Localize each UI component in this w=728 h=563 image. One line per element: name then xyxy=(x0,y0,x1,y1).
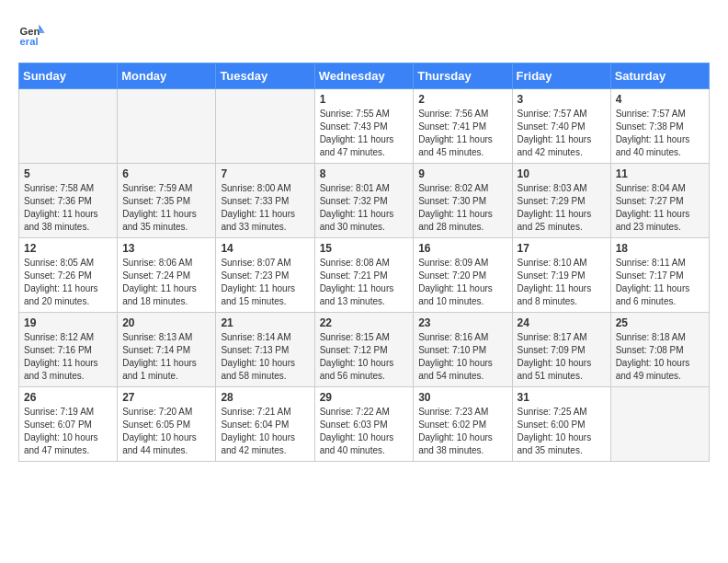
calendar-cell: 18Sunrise: 8:11 AM Sunset: 7:17 PM Dayli… xyxy=(610,238,709,313)
calendar-cell xyxy=(610,387,709,462)
calendar-week: 26Sunrise: 7:19 AM Sunset: 6:07 PM Dayli… xyxy=(19,387,710,462)
calendar-cell: 6Sunrise: 7:59 AM Sunset: 7:35 PM Daylig… xyxy=(118,164,216,238)
day-number: 23 xyxy=(418,316,506,329)
cell-content: Sunrise: 8:03 AM Sunset: 7:29 PM Dayligh… xyxy=(518,182,606,234)
cell-content: Sunrise: 8:15 AM Sunset: 7:12 PM Dayligh… xyxy=(320,331,409,383)
weekday-header: Monday xyxy=(118,63,216,89)
weekday-header: Sunday xyxy=(19,63,118,89)
calendar-cell: 13Sunrise: 8:06 AM Sunset: 7:24 PM Dayli… xyxy=(118,238,216,313)
cell-content: Sunrise: 7:21 AM Sunset: 6:04 PM Dayligh… xyxy=(221,406,309,457)
day-number: 31 xyxy=(518,391,606,404)
calendar-week: 5Sunrise: 7:58 AM Sunset: 7:36 PM Daylig… xyxy=(19,164,710,238)
cell-content: Sunrise: 8:04 AM Sunset: 7:27 PM Dayligh… xyxy=(616,182,704,234)
day-number: 7 xyxy=(221,167,309,180)
cell-content: Sunrise: 8:08 AM Sunset: 7:21 PM Dayligh… xyxy=(320,257,409,308)
day-number: 14 xyxy=(221,242,309,255)
calendar-table: SundayMondayTuesdayWednesdayThursdayFrid… xyxy=(18,63,710,462)
logo: Gen eral xyxy=(18,18,53,48)
cell-content: Sunrise: 7:55 AM Sunset: 7:43 PM Dayligh… xyxy=(320,108,409,159)
cell-content: Sunrise: 8:11 AM Sunset: 7:17 PM Dayligh… xyxy=(616,257,704,308)
cell-content: Sunrise: 8:06 AM Sunset: 7:24 PM Dayligh… xyxy=(122,257,210,308)
logo-icon: Gen eral xyxy=(18,18,48,48)
calendar-cell: 8Sunrise: 8:01 AM Sunset: 7:32 PM Daylig… xyxy=(314,164,414,238)
day-number: 27 xyxy=(122,391,210,404)
cell-content: Sunrise: 8:17 AM Sunset: 7:09 PM Dayligh… xyxy=(518,331,606,383)
cell-content: Sunrise: 7:56 AM Sunset: 7:41 PM Dayligh… xyxy=(418,108,506,159)
calendar-cell xyxy=(216,89,314,164)
calendar-cell: 7Sunrise: 8:00 AM Sunset: 7:33 PM Daylig… xyxy=(216,164,314,238)
calendar-cell: 4Sunrise: 7:57 AM Sunset: 7:38 PM Daylig… xyxy=(610,89,709,164)
calendar-cell: 30Sunrise: 7:23 AM Sunset: 6:02 PM Dayli… xyxy=(414,387,512,462)
cell-content: Sunrise: 7:25 AM Sunset: 6:00 PM Dayligh… xyxy=(518,406,606,457)
day-number: 18 xyxy=(616,242,704,255)
cell-content: Sunrise: 8:02 AM Sunset: 7:30 PM Dayligh… xyxy=(418,182,506,234)
cell-content: Sunrise: 7:19 AM Sunset: 6:07 PM Dayligh… xyxy=(24,406,112,457)
day-number: 13 xyxy=(122,242,210,255)
day-number: 22 xyxy=(320,316,409,329)
cell-content: Sunrise: 8:01 AM Sunset: 7:32 PM Dayligh… xyxy=(320,182,409,234)
cell-content: Sunrise: 8:13 AM Sunset: 7:14 PM Dayligh… xyxy=(122,331,210,383)
day-number: 19 xyxy=(24,316,112,329)
calendar-header: SundayMondayTuesdayWednesdayThursdayFrid… xyxy=(19,63,710,89)
day-number: 25 xyxy=(616,316,704,329)
cell-content: Sunrise: 8:12 AM Sunset: 7:16 PM Dayligh… xyxy=(24,331,112,383)
calendar-cell: 1Sunrise: 7:55 AM Sunset: 7:43 PM Daylig… xyxy=(314,89,414,164)
cell-content: Sunrise: 7:58 AM Sunset: 7:36 PM Dayligh… xyxy=(24,182,112,234)
day-number: 6 xyxy=(122,167,210,180)
calendar-cell: 14Sunrise: 8:07 AM Sunset: 7:23 PM Dayli… xyxy=(216,238,314,313)
cell-content: Sunrise: 7:22 AM Sunset: 6:03 PM Dayligh… xyxy=(320,406,409,457)
cell-content: Sunrise: 8:18 AM Sunset: 7:08 PM Dayligh… xyxy=(616,331,704,383)
calendar-cell: 17Sunrise: 8:10 AM Sunset: 7:19 PM Dayli… xyxy=(512,238,610,313)
calendar-body: 1Sunrise: 7:55 AM Sunset: 7:43 PM Daylig… xyxy=(19,89,710,462)
calendar-cell: 23Sunrise: 8:16 AM Sunset: 7:10 PM Dayli… xyxy=(414,313,512,387)
weekday-header: Tuesday xyxy=(216,63,314,89)
calendar-cell: 24Sunrise: 8:17 AM Sunset: 7:09 PM Dayli… xyxy=(512,313,610,387)
day-number: 21 xyxy=(221,316,309,329)
svg-text:Gen: Gen xyxy=(20,26,40,37)
calendar-cell: 26Sunrise: 7:19 AM Sunset: 6:07 PM Dayli… xyxy=(19,387,118,462)
cell-content: Sunrise: 7:57 AM Sunset: 7:38 PM Dayligh… xyxy=(616,108,704,159)
weekday-row: SundayMondayTuesdayWednesdayThursdayFrid… xyxy=(19,63,710,89)
calendar-cell: 9Sunrise: 8:02 AM Sunset: 7:30 PM Daylig… xyxy=(414,164,512,238)
calendar-cell: 27Sunrise: 7:20 AM Sunset: 6:05 PM Dayli… xyxy=(118,387,216,462)
day-number: 15 xyxy=(320,242,409,255)
weekday-header: Friday xyxy=(512,63,610,89)
calendar-cell: 22Sunrise: 8:15 AM Sunset: 7:12 PM Dayli… xyxy=(314,313,414,387)
calendar-cell xyxy=(118,89,216,164)
day-number: 4 xyxy=(616,93,704,106)
weekday-header: Saturday xyxy=(610,63,709,89)
day-number: 2 xyxy=(418,93,506,106)
calendar-cell: 11Sunrise: 8:04 AM Sunset: 7:27 PM Dayli… xyxy=(610,164,709,238)
calendar-week: 12Sunrise: 8:05 AM Sunset: 7:26 PM Dayli… xyxy=(19,238,710,313)
calendar-cell: 10Sunrise: 8:03 AM Sunset: 7:29 PM Dayli… xyxy=(512,164,610,238)
calendar-cell: 12Sunrise: 8:05 AM Sunset: 7:26 PM Dayli… xyxy=(19,238,118,313)
page-header: Gen eral xyxy=(18,18,710,48)
calendar-cell: 21Sunrise: 8:14 AM Sunset: 7:13 PM Dayli… xyxy=(216,313,314,387)
cell-content: Sunrise: 7:20 AM Sunset: 6:05 PM Dayligh… xyxy=(122,406,210,457)
calendar-cell: 25Sunrise: 8:18 AM Sunset: 7:08 PM Dayli… xyxy=(610,313,709,387)
calendar-cell: 31Sunrise: 7:25 AM Sunset: 6:00 PM Dayli… xyxy=(512,387,610,462)
calendar-cell: 20Sunrise: 8:13 AM Sunset: 7:14 PM Dayli… xyxy=(118,313,216,387)
calendar-cell: 3Sunrise: 7:57 AM Sunset: 7:40 PM Daylig… xyxy=(512,89,610,164)
day-number: 10 xyxy=(518,167,606,180)
calendar-cell: 5Sunrise: 7:58 AM Sunset: 7:36 PM Daylig… xyxy=(19,164,118,238)
day-number: 24 xyxy=(518,316,606,329)
weekday-header: Wednesday xyxy=(314,63,414,89)
cell-content: Sunrise: 7:57 AM Sunset: 7:40 PM Dayligh… xyxy=(518,108,606,159)
calendar-cell: 2Sunrise: 7:56 AM Sunset: 7:41 PM Daylig… xyxy=(414,89,512,164)
day-number: 28 xyxy=(221,391,309,404)
cell-content: Sunrise: 8:05 AM Sunset: 7:26 PM Dayligh… xyxy=(24,257,112,308)
day-number: 9 xyxy=(418,167,506,180)
cell-content: Sunrise: 8:09 AM Sunset: 7:20 PM Dayligh… xyxy=(418,257,506,308)
calendar-cell xyxy=(19,89,118,164)
calendar-cell: 16Sunrise: 8:09 AM Sunset: 7:20 PM Dayli… xyxy=(414,238,512,313)
calendar-cell: 19Sunrise: 8:12 AM Sunset: 7:16 PM Dayli… xyxy=(19,313,118,387)
calendar-cell: 28Sunrise: 7:21 AM Sunset: 6:04 PM Dayli… xyxy=(216,387,314,462)
cell-content: Sunrise: 7:59 AM Sunset: 7:35 PM Dayligh… xyxy=(122,182,210,234)
day-number: 20 xyxy=(122,316,210,329)
svg-text:eral: eral xyxy=(20,36,39,47)
calendar-week: 19Sunrise: 8:12 AM Sunset: 7:16 PM Dayli… xyxy=(19,313,710,387)
day-number: 30 xyxy=(418,391,506,404)
calendar-cell: 15Sunrise: 8:08 AM Sunset: 7:21 PM Dayli… xyxy=(314,238,414,313)
cell-content: Sunrise: 8:10 AM Sunset: 7:19 PM Dayligh… xyxy=(518,257,606,308)
